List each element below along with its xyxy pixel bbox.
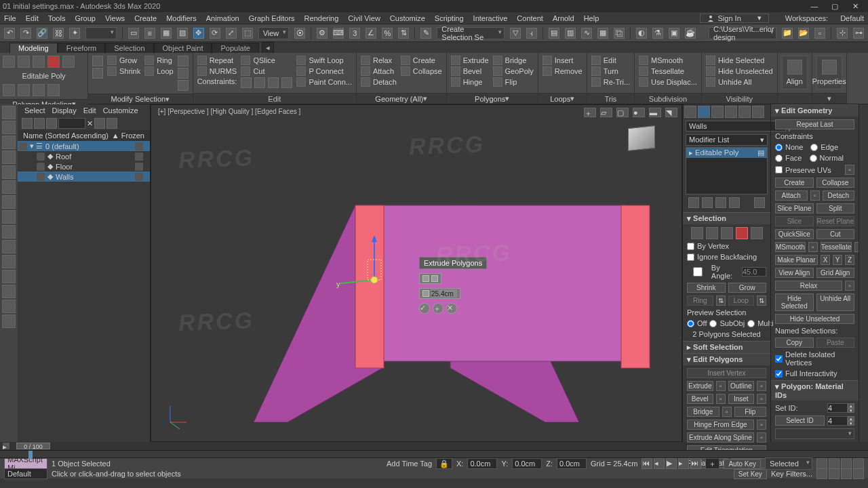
inset-button[interactable]: Inset [728,394,755,404]
bevel-button[interactable]: Bevel [687,394,713,404]
nav-icon[interactable] [829,468,840,479]
split-button[interactable]: Split [816,203,855,214]
lt-icon[interactable] [2,165,16,179]
viewport[interactable]: [+] [Perspective ] [High Quality ] [Edge… [151,104,682,442]
geometry-all-footer[interactable]: Geometry (All) ▾ [357,93,446,104]
set-key-button[interactable]: Set Key [734,469,767,479]
collapse-button[interactable]: Collapse [816,178,855,188]
lt-icon[interactable] [2,210,16,224]
scene-col-name[interactable]: Name (Sorted Ascending) [23,131,108,140]
copy-named-button[interactable]: Copy [775,338,814,348]
scene-menu-select[interactable]: Select [24,106,45,115]
percent-snap-icon[interactable]: % [382,28,393,39]
mirror-icon[interactable]: ▽ [510,28,521,39]
slice-button[interactable]: Slice [775,216,814,226]
delete-isolated-checkbox[interactable] [775,355,783,363]
usedisplace-button[interactable]: Use Displac... [639,77,697,87]
subobj-vertex-icon[interactable] [3,56,15,68]
select-id-field[interactable] [827,416,848,426]
prev-frame-icon[interactable]: ◂ [654,458,665,469]
cmd-tab-modify[interactable] [698,106,710,118]
hinge-from-edge-button[interactable]: Hinge From Edge [687,420,754,430]
lt-icon[interactable] [2,240,16,253]
menu-modifiers[interactable]: Modifiers [166,14,197,22]
scale-icon[interactable]: ⤢ [226,28,237,39]
caddy-value-field[interactable] [419,288,460,299]
ring-button[interactable]: Ring [687,296,713,306]
preview-off-radio[interactable] [687,320,694,327]
angle-snap-icon[interactable]: ∠ [366,28,376,39]
lt-icon[interactable] [2,300,16,313]
bevel-button[interactable]: Bevel [451,66,489,76]
stack-configure-icon[interactable] [754,197,765,208]
nav-icon[interactable] [816,468,827,479]
modsel-icon4[interactable] [178,68,189,79]
cut-button[interactable]: Cut [241,66,292,76]
menu-file[interactable]: File [4,14,16,22]
modsel-icon1[interactable] [92,56,103,66]
layer-explorer-icon[interactable]: ▥ [565,28,576,39]
edit-button[interactable]: Edit [591,56,630,65]
detach-button[interactable]: Detach [361,77,397,87]
constraint-none-icon[interactable] [241,77,252,88]
menu-scripting[interactable]: Scripting [435,14,464,22]
constraint-face-radio[interactable] [775,155,783,162]
make-planar-button[interactable]: Make Planar [775,255,818,265]
menu-views[interactable]: Views [105,14,125,22]
pm-btn1[interactable] [3,84,15,96]
rotate-icon[interactable]: ⟳ [210,28,220,39]
planar-z[interactable]: Z [845,255,854,265]
bridge-button[interactable]: Bridge [687,407,719,417]
lt-icon[interactable] [2,270,16,283]
set-id-field[interactable] [827,403,848,413]
select-id-button[interactable]: Select ID [775,415,825,426]
bridge-button[interactable]: Bridge [493,56,534,65]
key-filter-dropdown[interactable]: Selected [765,458,812,470]
scene-search-input[interactable] [58,118,85,129]
subobj-polygon[interactable] [736,227,748,239]
shrink-button[interactable]: Shrink [107,66,140,76]
lt-icon[interactable] [2,195,16,209]
unhideall-button[interactable]: Unhide All [706,77,773,87]
rollout-matids-header[interactable]: ▾ Polygon: Material IDs [771,381,859,401]
play-icon[interactable]: ▶ [666,458,677,469]
sign-in-button[interactable]: Sign In▾ [700,14,769,23]
lt-icon[interactable] [2,106,16,119]
preview-subobj-radio[interactable] [709,320,717,327]
attach-button[interactable]: Attach [361,66,397,76]
nav-icon[interactable] [841,458,852,469]
stack-pin-icon[interactable] [688,197,699,208]
modifier-list-dropdown[interactable]: Modifier List▾ [686,134,768,146]
modsel-icon2[interactable] [92,68,103,79]
scene-menu-display[interactable]: Display [52,106,77,115]
scene-col-frozen[interactable]: ▲ Frozen [112,131,144,140]
scene-lock-icon[interactable] [94,118,105,129]
add-time-tag-button[interactable]: Add Time Tag [387,460,432,468]
menu-help[interactable]: Help [584,14,599,22]
edit-named-icon[interactable]: ✎ [420,28,431,39]
lt-icon[interactable] [2,150,16,164]
pconnect-button[interactable]: P Connect [296,66,352,76]
extrude-settings-button[interactable]: ▫ [716,381,726,391]
collapse-button[interactable]: Collapse [401,66,442,76]
loop-button[interactable]: Loop [728,296,755,306]
insert-button[interactable]: Insert [542,56,583,65]
lt-icon[interactable] [2,136,16,149]
key-mode-icon[interactable]: ＋ [705,458,719,469]
undo-icon[interactable]: ↶ [4,28,15,39]
vp-icon[interactable]: ● [633,108,645,117]
material-editor-icon[interactable]: ◐ [636,28,647,39]
tris-footer[interactable]: Tris [587,93,634,104]
modify-selection-footer[interactable]: Modify Selection ▾ [88,94,193,104]
cmd-tab-create[interactable] [684,106,696,118]
time-ruler[interactable] [0,450,868,458]
remove-button[interactable]: Remove [542,66,583,76]
preview-multi-radio[interactable] [747,320,755,327]
spinner-snap-icon[interactable]: ⇅ [398,28,409,39]
subobj-edge-icon[interactable] [18,56,30,68]
modsel-icon5[interactable] [178,80,189,91]
select-icon[interactable]: ▭ [128,28,139,39]
view-align-button[interactable]: View Align [775,268,814,278]
scene-view-icon[interactable] [106,118,117,129]
unlink-icon[interactable]: ⛓ [53,28,64,39]
